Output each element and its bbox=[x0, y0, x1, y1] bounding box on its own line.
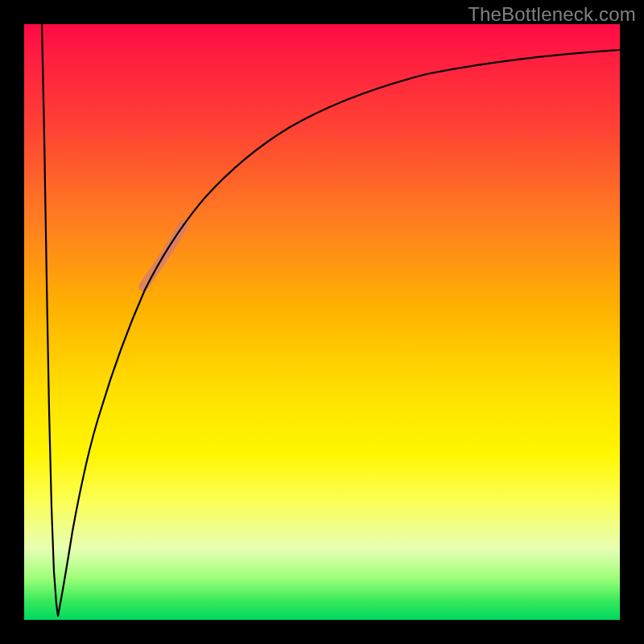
chart-frame: TheBottleneck.com bbox=[0, 0, 644, 644]
curve-layer bbox=[24, 24, 620, 620]
left-spike bbox=[42, 24, 58, 616]
watermark-text: TheBottleneck.com bbox=[468, 3, 636, 26]
saturating-curve bbox=[58, 50, 620, 616]
plot-area bbox=[24, 24, 620, 620]
